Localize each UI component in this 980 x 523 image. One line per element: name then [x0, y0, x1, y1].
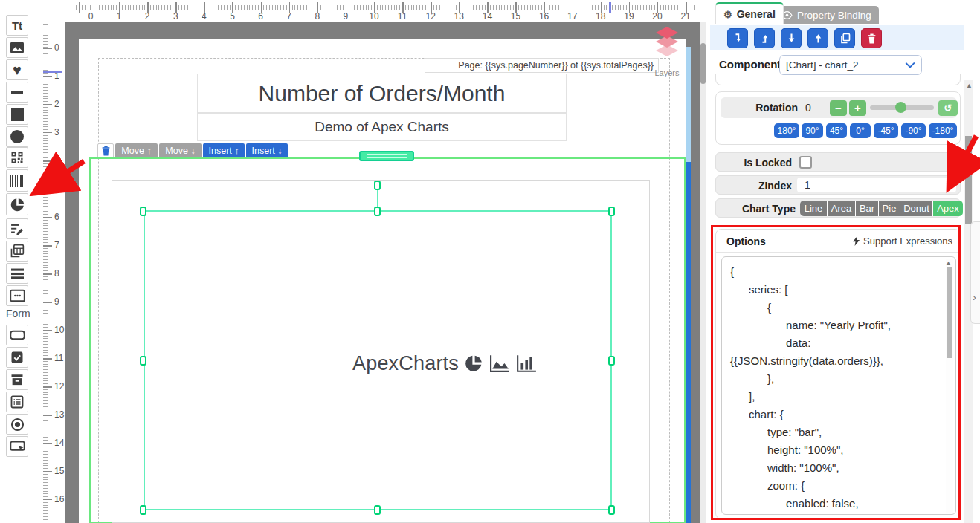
button-tool[interactable]: [6, 436, 28, 457]
rotation-slider-thumb[interactable]: [895, 102, 906, 113]
ruler-number: 10: [54, 325, 64, 335]
rotation-decrease-button[interactable]: −: [830, 100, 847, 116]
barcode-tool[interactable]: [6, 169, 28, 192]
move-row-up-button[interactable]: Move ↑: [115, 143, 158, 158]
options-code-editor[interactable]: { series: [ { name: "Yearly Profit", dat…: [721, 256, 956, 515]
chart-type-pie[interactable]: Pie: [879, 201, 900, 216]
line-tool[interactable]: [6, 82, 28, 103]
text-tool-icon: Tt: [12, 19, 22, 32]
listbox-tool[interactable]: [6, 392, 28, 412]
rotate-90-button[interactable]: 90°: [802, 123, 823, 138]
row-drag-handle[interactable]: [359, 151, 414, 161]
delete-row-button[interactable]: [97, 143, 114, 158]
chart-type-row: Chart Type Line Area Bar Pie Donut Apex: [715, 198, 961, 218]
design-canvas[interactable]: Page: {{sys.pageNumber}} of {{sys.totalP…: [65, 22, 706, 523]
list-tool[interactable]: [6, 263, 28, 284]
component-select[interactable]: [Chart] - chart_2: [779, 55, 922, 75]
move-row-down-button[interactable]: Move ↓: [159, 143, 202, 158]
panel-expander-tab[interactable]: ›: [970, 221, 980, 324]
resize-handle-se[interactable]: [608, 505, 615, 515]
delete-component-button[interactable]: [861, 28, 882, 48]
chart-type-donut[interactable]: Donut: [900, 201, 933, 216]
rotate-45-button[interactable]: 45°: [826, 123, 847, 138]
workspace-scrollbar-track[interactable]: [700, 22, 706, 523]
move-down-button[interactable]: [781, 28, 802, 48]
panel-scroll-up-icon[interactable]: ▲: [966, 82, 973, 89]
ruler-number: 13: [54, 409, 64, 420]
rotation-reset-button[interactable]: ↺: [938, 100, 958, 116]
resize-handle-w[interactable]: [140, 356, 146, 366]
ruler-number: 4: [202, 11, 207, 22]
checkbox-icon: [10, 351, 24, 364]
zindex-input[interactable]: [797, 178, 956, 192]
resize-handle-nw[interactable]: [140, 207, 146, 216]
rotation-value: 0: [805, 102, 811, 114]
workspace-scrollbar-thumb[interactable]: [700, 43, 706, 84]
duplicate-button[interactable]: [834, 28, 855, 48]
ruler-number: 14: [54, 438, 64, 448]
richtext-tool[interactable]: [6, 218, 28, 239]
rectangle-tool[interactable]: [6, 104, 28, 125]
ruler-number: 0: [88, 11, 94, 22]
tab-general[interactable]: ⚙ General: [715, 2, 784, 24]
chart-type-bar[interactable]: Bar: [856, 201, 879, 216]
rotate-neg180-button[interactable]: -180°: [929, 123, 957, 138]
report-subtitle-component[interactable]: Demo of Apex Charts: [197, 113, 567, 141]
canvas-scrollbar-thumb[interactable]: [686, 47, 691, 162]
form-section-label: Form: [6, 308, 30, 319]
insert-row-below-button[interactable]: Insert ↓: [246, 143, 288, 158]
checkbox-tool[interactable]: [6, 347, 28, 368]
send-backward-icon: [732, 33, 744, 44]
page-number-component[interactable]: Page: {{sys.pageNumber}} of {{sys.totalP…: [425, 58, 659, 73]
resize-handle-sw[interactable]: [140, 505, 146, 515]
button-icon: [10, 441, 25, 452]
rotate-0-button[interactable]: 0°: [850, 123, 871, 138]
resize-handle-e[interactable]: [608, 356, 615, 366]
combobox-tool[interactable]: [6, 369, 28, 390]
resize-handle-ne[interactable]: [608, 207, 615, 216]
is-locked-checkbox[interactable]: [799, 156, 812, 169]
rotate-neg90-button[interactable]: -90°: [901, 123, 926, 138]
resize-handle-n[interactable]: [374, 207, 381, 216]
move-up-button[interactable]: [807, 28, 828, 48]
text-tool[interactable]: Tt: [6, 15, 28, 36]
barcode-icon: [10, 175, 25, 187]
scroll-up-icon[interactable]: ▲: [945, 259, 952, 267]
report-title-component[interactable]: Number of Orders/Month: [197, 74, 567, 113]
ruler-number: 10: [369, 11, 378, 22]
line-icon: [11, 91, 23, 94]
send-backward-button[interactable]: [727, 28, 748, 48]
panel-scrollbar-thumb[interactable]: [965, 136, 972, 224]
gear-icon: ⚙: [723, 9, 732, 20]
rotate-neg45-button[interactable]: -45°: [874, 123, 898, 138]
layers-label: Layers: [651, 68, 683, 77]
layers-icon: [655, 26, 679, 65]
ruler-number: 8: [54, 268, 59, 279]
chart-type-apex[interactable]: Apex: [933, 201, 963, 216]
input-tool[interactable]: [6, 325, 28, 345]
chart-type-area[interactable]: Area: [828, 201, 856, 216]
options-code[interactable]: { series: [ { name: "Yearly Profit", dat…: [730, 263, 891, 515]
code-scrollbar-thumb[interactable]: [947, 267, 952, 358]
rotate-180-button[interactable]: 180°: [774, 123, 799, 138]
piechart-tool[interactable]: [6, 193, 28, 215]
rotation-increase-button[interactable]: +: [849, 100, 866, 116]
heart-tool[interactable]: ♥: [6, 59, 28, 80]
chart-type-line[interactable]: Line: [800, 201, 828, 216]
table-tool[interactable]: [6, 241, 28, 262]
bring-forward-button[interactable]: [754, 28, 775, 48]
panel-tool[interactable]: [6, 285, 28, 306]
rotation-handle[interactable]: [374, 181, 381, 190]
input-icon: [10, 330, 25, 340]
layers-widget[interactable]: Layers: [651, 26, 683, 77]
tab-property-binding[interactable]: Property Binding: [774, 6, 879, 24]
radio-tool[interactable]: [6, 414, 28, 435]
circle-tool[interactable]: [6, 126, 28, 147]
qrcode-tool[interactable]: [6, 147, 28, 168]
bring-forward-icon: [759, 33, 770, 44]
insert-row-above-button[interactable]: Insert ↑: [203, 143, 245, 158]
resize-handle-s[interactable]: [374, 505, 381, 515]
ruler-number: 0: [54, 42, 59, 53]
support-expressions: Support Expressions: [853, 235, 952, 247]
image-tool[interactable]: [6, 37, 28, 58]
